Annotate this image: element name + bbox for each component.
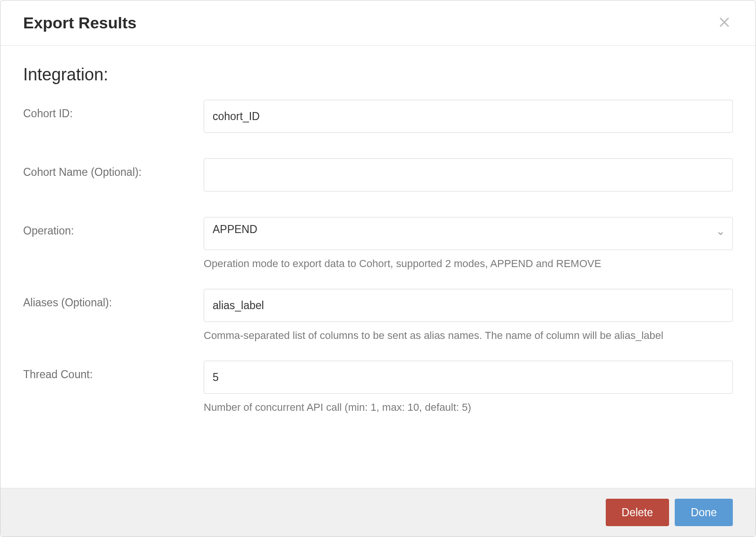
export-results-modal: Export Results Integration: Cohort ID: C…: [0, 0, 756, 537]
cohort-name-input[interactable]: [204, 158, 733, 191]
close-icon: [718, 16, 731, 31]
cohort-name-control: [204, 158, 733, 191]
thread-count-row: Thread Count: Number of concurrent API c…: [23, 361, 733, 416]
modal-header: Export Results: [0, 0, 756, 46]
aliases-row: Aliases (Optional): Comma-separated list…: [23, 289, 733, 344]
operation-select-wrap: APPEND: [204, 217, 733, 250]
operation-control: APPEND Operation mode to export data to …: [204, 217, 733, 272]
aliases-label: Aliases (Optional):: [23, 289, 204, 309]
cohort-id-row: Cohort ID:: [23, 100, 733, 133]
close-button[interactable]: [716, 15, 733, 32]
cohort-id-control: [204, 100, 733, 133]
aliases-input[interactable]: [204, 289, 733, 322]
modal-footer: Delete Done: [0, 488, 756, 537]
delete-button[interactable]: Delete: [606, 499, 669, 526]
thread-count-input[interactable]: [204, 361, 733, 394]
cohort-id-input[interactable]: [204, 100, 733, 133]
thread-count-help: Number of concurrent API call (min: 1, m…: [204, 399, 733, 416]
operation-label: Operation:: [23, 217, 204, 237]
thread-count-control: Number of concurrent API call (min: 1, m…: [204, 361, 733, 416]
aliases-control: Comma-separated list of columns to be se…: [204, 289, 733, 344]
section-title: Integration:: [23, 65, 733, 85]
operation-row: Operation: APPEND Operation mode to expo…: [23, 217, 733, 272]
cohort-name-label: Cohort Name (Optional):: [23, 158, 204, 179]
aliases-help: Comma-separated list of columns to be se…: [204, 328, 733, 344]
modal-title: Export Results: [23, 14, 137, 32]
modal-body: Integration: Cohort ID: Cohort Name (Opt…: [0, 46, 756, 488]
thread-count-label: Thread Count:: [23, 361, 204, 381]
cohort-id-label: Cohort ID:: [23, 100, 204, 120]
done-button[interactable]: Done: [675, 499, 733, 526]
operation-select[interactable]: APPEND: [204, 217, 733, 250]
cohort-name-row: Cohort Name (Optional):: [23, 158, 733, 191]
operation-help: Operation mode to export data to Cohort,…: [204, 256, 733, 272]
